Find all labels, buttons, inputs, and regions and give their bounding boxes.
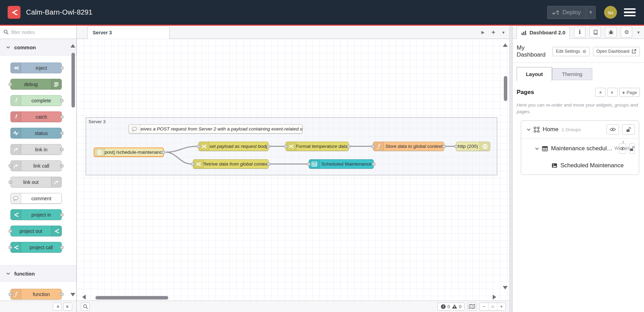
edit-settings-button[interactable]: Edit Settings ⚙ [552,47,590,56]
palette-node-project-in[interactable]: project in [10,209,62,220]
deploy-options-button[interactable]: ▼ [586,6,595,19]
canvas-scroll-down-arrow[interactable] [503,286,508,289]
nrw-icon [11,210,21,220]
warning-icon [452,304,457,309]
palette-node-project-out[interactable]: project out [10,226,62,236]
node-port [60,99,63,102]
lock-toggle-button[interactable] [629,143,635,154]
palette-node-complete[interactable]: !complete [10,95,62,106]
tab-server-3[interactable]: Server 3 [87,26,170,39]
palette-node-catch[interactable]: !catch [10,111,62,122]
tab-layout[interactable]: Layout [517,67,552,81]
node-port [9,293,12,296]
zoom-reset-button[interactable]: ○ [488,303,497,310]
expand-all-pages-button[interactable]: » [607,88,618,97]
unlock-icon [626,127,631,132]
linkarrow-icon [11,144,21,154]
gear-icon: ⚙ [624,29,629,35]
comment-text: Receives a POST request from Server 2 wi… [141,125,302,133]
palette-node-status[interactable]: status [10,128,62,138]
palette-expand-all-button[interactable]: » [63,303,72,311]
tab-debug[interactable] [605,27,617,37]
sidebar-splitter[interactable] [509,26,512,312]
palette-scrollbar-thumb[interactable] [71,53,75,108]
palette-node-link-in[interactable]: link in [10,144,62,155]
palette-category-common[interactable]: common [0,39,76,56]
linkarrow-icon [51,177,61,187]
hamburger-icon[interactable] [624,8,636,17]
workspace-tabbar: Server 3 ▶ + ▾ [77,26,509,39]
tab-theming[interactable]: Theming [552,68,592,80]
palette-category-function[interactable]: function [0,265,76,282]
node-port [60,246,63,249]
sidebar-options-chevron-down-icon[interactable]: ▾ [637,29,639,35]
flow-canvas[interactable]: Server 3 Receives a POST request from Se… [77,39,509,301]
palette-node-link-out[interactable]: link out [10,177,62,187]
canvas-vscrollbar-thumb[interactable] [504,76,507,101]
add-page-button[interactable]: + Page [619,88,640,97]
node-port [60,213,63,216]
chevron-down-icon[interactable] [527,128,531,131]
book-icon [593,29,598,35]
flow-node-chg3[interactable]: Retrive data from global context [193,159,269,169]
flow-list-chevron-down-icon[interactable]: ▾ [502,30,505,35]
zoom-out-button[interactable]: − [480,303,488,310]
filter-nodes-input[interactable] [11,29,74,35]
palette-scroll-down-arrow[interactable] [70,293,75,296]
notification-counts[interactable]: 0 0 [438,303,465,311]
node-red-logo-icon [10,8,18,17]
tab-help[interactable] [590,27,601,37]
tab-dashboard-2[interactable]: Dashboard 2.0 [517,26,570,39]
zoom-in-button[interactable]: + [497,303,506,310]
flow-node-table1[interactable]: Scheduled Maintenance [309,159,374,169]
collapse-all-pages-button[interactable]: » [595,88,605,97]
lock-toggle-button[interactable] [622,124,635,135]
flow-node-chg2[interactable]: Format temperature data. [286,142,349,151]
open-dashboard-button[interactable]: Open Dashboard [593,47,640,56]
palette-node-comment[interactable]: comment [10,193,62,204]
palette-node-inject[interactable]: inject [10,62,62,73]
palette-node-debug[interactable]: debug [10,79,62,90]
tab-info[interactable]: i [574,27,585,37]
palette-scroll-area: commoninjectdebug!complete!catchstatusli… [0,39,76,301]
canvas-scroll-left-arrow[interactable] [82,295,86,300]
canvas-scroll-right-arrow[interactable] [493,295,496,300]
tree-row-home[interactable]: Home 1 Groups [521,121,639,138]
add-flow-button[interactable]: + [491,28,495,36]
chevron-down-icon[interactable] [535,147,539,150]
palette-node-project-call[interactable]: project call [10,242,62,253]
toggle-navigator-button[interactable] [467,303,476,311]
flow-node-http200[interactable]: http (200) [456,142,490,151]
flow-node-comment[interactable]: Receives a POST request from Server 2 wi… [128,124,303,134]
deploy-button[interactable]: Deploy ▼ [547,6,596,19]
play-icon[interactable]: ▶ [481,30,484,35]
flow-node-chg1[interactable]: set payload as request body [198,142,269,151]
workspace-footer: 0 0 − ○ + [77,301,509,312]
visibility-toggle-button[interactable] [607,124,619,135]
flow-node-func1[interactable]: ƒStore data to global context [373,142,444,151]
tab-config[interactable]: ⚙ [621,27,632,37]
pages-help-text: Here you can re-order and move your widg… [517,102,639,115]
palette-node-function[interactable]: ƒfunction [10,289,62,300]
right-sidebar: Dashboard 2.0 i ⚙ ▾ My Dashboard Edit Se… [512,26,644,312]
tree-row-scheduled-maintenance-widget[interactable]: Scheduled Maintenance [521,159,639,175]
comment-bubble-icon [129,125,141,133]
node-port [284,145,287,148]
avatar[interactable]: su [604,6,617,19]
visibility-toggle-button[interactable] [619,143,626,154]
palette-node-link-call[interactable]: link call [10,160,62,171]
chevron-down-icon [6,272,10,275]
canvas-hscrollbar-thumb[interactable] [95,296,168,300]
tree-row-maintenance-group[interactable]: Maintenance schedul… 1 Widgets [521,138,639,159]
node-port [9,229,12,233]
canvas-scroll-up-arrow[interactable] [503,43,508,47]
info-icon: i [579,29,581,35]
chart-icon [521,30,527,35]
palette-collapse-all-button[interactable]: » [53,303,62,311]
flow-node-post[interactable]: [post] /schedule-maintenance [94,147,164,157]
nrw-icon [11,242,21,252]
search-flows-button[interactable] [81,303,90,311]
shuffle-icon [199,142,209,151]
node-port [307,162,311,166]
palette-scroll-up-arrow[interactable] [70,44,75,48]
